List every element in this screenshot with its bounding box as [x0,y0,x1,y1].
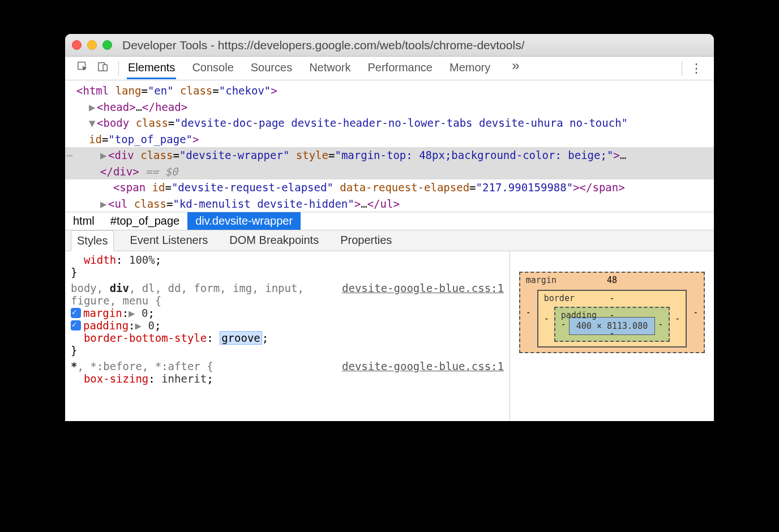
devtools-window: Developer Tools - https://developers.goo… [65,34,714,421]
dom-head[interactable]: ▶<head>…</head> [65,99,714,115]
style-rule-2[interactable]: devsite-google-blue.css:1 *, *:before, *… [71,360,504,385]
subtab-properties[interactable]: Properties [335,230,397,251]
style-value-edit[interactable]: groove [220,331,262,345]
tab-elements[interactable]: Elements [127,58,176,79]
main-tabs: Elements Console Sources Network Perform… [121,58,679,79]
toolbar-separator [118,61,119,76]
styles-subtabs: Styles Event Listeners DOM Breakpoints P… [65,230,714,251]
dom-selected-close[interactable]: </div> == $0 [65,164,714,180]
toolbar: Elements Console Sources Network Perform… [65,57,714,80]
subtab-event-listeners[interactable]: Event Listeners [124,230,213,251]
subtab-styles[interactable]: Styles [71,230,114,251]
box-model-border[interactable]: border - - - 3 padding - - - - 400 × 811… [537,290,687,347]
box-model-margin[interactable]: margin 48 - - - border - - - 3 padding -… [519,272,705,353]
breadcrumb: html #top_of_page div.devsite-wrapper [65,212,714,230]
styles-pane[interactable]: width: 100%; } devsite-google-blue.css:1… [65,251,510,421]
dom-tree[interactable]: <html lang="en" class="chekov"> ▶<head>…… [65,80,714,212]
dom-selected-div[interactable]: ⋯▶<div class="devsite-wrapper" style="ma… [65,147,714,164]
checkbox-margin[interactable] [71,308,81,318]
tabs-overflow[interactable]: » [506,58,525,79]
source-link-2[interactable]: devsite-google-blue.css:1 [342,360,504,372]
titlebar: Developer Tools - https://developers.goo… [65,34,714,57]
window-title: Developer Tools - https://developers.goo… [122,38,524,52]
zoom-traffic-light[interactable] [102,40,112,50]
close-traffic-light[interactable] [72,40,82,50]
style-rule-1[interactable]: devsite-google-blue.css:1 body, div, dl,… [71,282,504,357]
dom-body[interactable]: ▼<body class="devsite-doc-page devsite-h… [65,115,714,131]
checkbox-padding[interactable] [71,320,81,331]
box-model-padding[interactable]: padding - - - - 400 × 8113.080 [554,307,670,342]
ellipsis-icon[interactable]: ⋯ [66,147,72,164]
box-model-pane[interactable]: margin 48 - - - border - - - 3 padding -… [510,251,714,421]
source-link[interactable]: devsite-google-blue.css:1 [342,282,504,294]
style-rule-0[interactable]: width: 100%; } [71,254,504,278]
breadcrumb-selected[interactable]: div.devsite-wrapper [187,212,301,230]
dom-ul[interactable]: ▶<ul class="kd-menulist devsite-hidden">… [65,196,714,212]
device-toggle-icon[interactable] [97,61,109,76]
dom-span[interactable]: <span id="devsite-request-elapsed" data-… [65,179,714,196]
dom-body-id[interactable]: id="top_of_page"> [65,131,714,148]
bottom-panes: width: 100%; } devsite-google-blue.css:1… [65,251,714,421]
kebab-menu-icon[interactable]: ⋮ [684,61,709,76]
tab-network[interactable]: Network [308,58,352,79]
subtab-dom-breakpoints[interactable]: DOM Breakpoints [224,230,324,251]
minimize-traffic-light[interactable] [87,40,97,50]
inspect-icon[interactable] [76,61,89,76]
breadcrumb-body[interactable]: #top_of_page [102,212,187,230]
tab-memory[interactable]: Memory [448,58,491,79]
breadcrumb-html[interactable]: html [65,212,102,230]
tab-performance[interactable]: Performance [367,58,434,79]
toolbar-separator-right [682,61,682,76]
svg-rect-2 [103,65,107,71]
tab-console[interactable]: Console [191,58,234,79]
tab-sources[interactable]: Sources [250,58,293,79]
dom-html[interactable]: <html lang="en" class="chekov"> [65,83,714,99]
